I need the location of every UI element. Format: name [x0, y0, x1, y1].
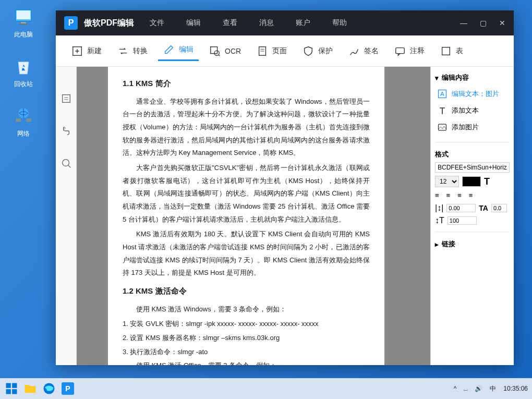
network-icon	[13, 105, 34, 126]
text-style-button[interactable]: T	[484, 176, 490, 187]
image-icon	[437, 122, 448, 132]
svg-rect-2	[21, 22, 26, 23]
svg-rect-11	[396, 47, 405, 53]
toolbar: 新建 转换 编辑 OCR 页面 保护 签名 注释	[56, 35, 514, 67]
svg-rect-6	[26, 118, 31, 122]
tray-chevron-icon[interactable]: ^	[454, 385, 457, 392]
maximize-button[interactable]: ▢	[480, 19, 487, 27]
computer-icon	[13, 6, 34, 27]
panel-section-links[interactable]: ▸ 链接	[435, 239, 510, 249]
taskbar: P ^ ⎵ 🔊 中 10:35:06	[0, 378, 532, 399]
doc-heading-1: 1.1 KMS 简介	[123, 76, 370, 91]
desktop-icon-label: 此电脑	[14, 31, 33, 38]
tool-sign[interactable]: 签名	[343, 42, 384, 60]
char-spacing-input[interactable]	[491, 204, 507, 212]
edit-icon	[163, 44, 175, 55]
doc-paragraph: KMS 激活后有效期为 180 天。默认设置下 KMS Client 会自动向可…	[123, 228, 370, 280]
doc-paragraph: 大客户首先购买微软正版"CSVLK"密钥，然后将一台计算机永久激活（联网或者拨打…	[123, 162, 370, 226]
search-tab-icon[interactable]	[61, 158, 72, 169]
menu-edit[interactable]: 编辑	[186, 18, 201, 28]
document-area[interactable]: 1.1 KMS 简介 通常企业、学校等拥有多台计算机，设想如果安装了 Windo…	[77, 67, 430, 365]
svg-rect-5	[16, 118, 21, 122]
panel-section-format: 格式	[435, 150, 510, 159]
desktop-icon-computer[interactable]: 此电脑	[5, 5, 42, 39]
minimize-button[interactable]: —	[460, 19, 467, 27]
align-left-icon[interactable]: ≡	[435, 191, 439, 199]
tool-new[interactable]: 新建	[66, 42, 107, 60]
side-tabs	[56, 67, 77, 365]
doc-command: 3. 执行激活命令：slmgr -ato	[123, 346, 370, 359]
window-controls: — ▢ ✕	[460, 19, 505, 27]
menu-bar: 文件 编辑 查看 消息 账户 帮助	[150, 18, 460, 28]
ocr-icon	[209, 45, 221, 57]
desktop-icon-label: 回收站	[14, 80, 33, 88]
align-buttons: ≡ ≡ ≡ ≡	[435, 191, 510, 199]
line-spacing-input[interactable]	[446, 204, 476, 212]
menu-help[interactable]: 帮助	[332, 18, 347, 28]
thumbnail-tab-icon[interactable]	[61, 93, 72, 104]
menu-view[interactable]: 查看	[223, 18, 237, 28]
panel-section-edit-content[interactable]: ▾ 编辑内容	[435, 73, 510, 82]
chevron-down-icon: ▾	[435, 74, 439, 82]
panel-edit-text-image[interactable]: A 编辑文本；图片	[435, 86, 510, 102]
svg-point-15	[62, 160, 69, 166]
menu-message[interactable]: 消息	[259, 18, 274, 28]
text-a-icon: A	[437, 89, 448, 99]
menu-account[interactable]: 账户	[296, 18, 310, 28]
tool-more[interactable]: 表	[435, 42, 468, 60]
svg-rect-3	[19, 23, 28, 25]
explorer-icon[interactable]	[23, 381, 38, 396]
char-spacing-icon: TA	[479, 204, 488, 212]
font-size-select[interactable]: 12	[435, 176, 459, 187]
recycle-icon	[13, 56, 34, 77]
svg-rect-8	[211, 46, 217, 53]
align-justify-icon[interactable]: ≡	[469, 191, 473, 199]
desktop-icon-recycle[interactable]: 回收站	[5, 55, 42, 89]
tool-protect[interactable]: 保护	[297, 42, 338, 60]
right-panel: ▾ 编辑内容 A 编辑文本；图片 添加文本 添加图片 格式	[430, 67, 514, 365]
pdf-app-icon[interactable]: P	[61, 381, 75, 396]
svg-point-9	[214, 51, 219, 55]
bookmark-tab-icon[interactable]	[61, 125, 72, 137]
start-button[interactable]	[4, 381, 19, 396]
tray-battery-icon[interactable]: ⎵	[464, 385, 467, 392]
shield-icon	[303, 45, 314, 57]
align-right-icon[interactable]: ≡	[457, 191, 462, 199]
ime-indicator[interactable]: 中	[490, 384, 496, 393]
tool-ocr[interactable]: OCR	[204, 42, 246, 60]
edge-icon[interactable]	[42, 381, 56, 396]
tray-volume-icon[interactable]: 🔊	[475, 385, 482, 392]
text-t-icon	[437, 105, 448, 116]
app-title: 傲软PDF编辑	[84, 18, 134, 29]
tool-edit[interactable]: 编辑	[158, 41, 199, 61]
desktop-icon-label: 网络	[17, 130, 30, 137]
form-icon	[440, 45, 452, 57]
svg-rect-19	[6, 383, 11, 388]
svg-rect-1	[17, 10, 31, 19]
document-page: 1.1 KMS 简介 通常企业、学校等拥有多台计算机，设想如果安装了 Windo…	[108, 67, 384, 365]
desktop-icon-network[interactable]: 网络	[5, 104, 42, 138]
doc-paragraph: 通常企业、学校等拥有多台计算机，设想如果安装了 Windows，然后管理员一台一…	[123, 95, 370, 160]
app-logo: P	[64, 16, 78, 30]
svg-text:A: A	[440, 90, 444, 97]
main-area: 1.1 KMS 简介 通常企业、学校等拥有多台计算机，设想如果安装了 Windo…	[56, 67, 514, 365]
clock[interactable]: 10:35:06	[503, 385, 528, 392]
scale-icon: ↕T	[435, 216, 444, 225]
document-content[interactable]: 1.1 KMS 简介 通常企业、学校等拥有多台计算机，设想如果安装了 Windo…	[108, 67, 384, 365]
page-icon	[257, 45, 268, 57]
chevron-right-icon: ▸	[435, 240, 439, 248]
tool-convert[interactable]: 转换	[112, 42, 153, 60]
panel-add-text[interactable]: 添加文本	[435, 102, 510, 119]
tool-annotate[interactable]: 注释	[389, 42, 430, 60]
scale-input[interactable]	[448, 216, 477, 225]
svg-rect-21	[6, 389, 11, 394]
font-name-select[interactable]	[435, 162, 510, 173]
align-center-icon[interactable]: ≡	[446, 191, 451, 199]
tool-page[interactable]: 页面	[251, 42, 292, 60]
panel-add-image[interactable]: 添加图片	[435, 119, 510, 136]
close-button[interactable]: ✕	[499, 19, 505, 27]
line-height-icon: |↕|	[435, 203, 443, 213]
svg-rect-13	[62, 95, 70, 103]
color-picker[interactable]	[462, 176, 481, 187]
menu-file[interactable]: 文件	[150, 18, 164, 28]
